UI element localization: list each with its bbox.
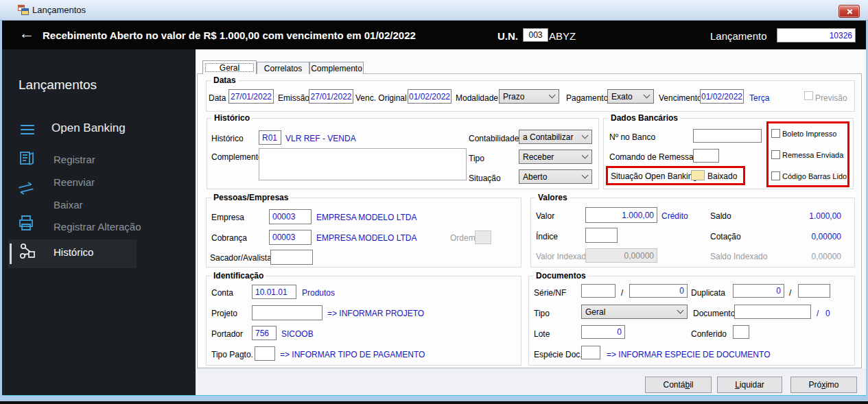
lote-input[interactable]: 0 [581,325,625,339]
modalidade-select[interactable]: Prazo [499,89,559,104]
comando-remessa-label: Comando de Remessa [609,152,694,162]
valor-indexado-input[interactable]: 0,00000 [585,248,657,263]
group-identificacao-legend: Identificação [211,271,266,281]
duplicata-slash: / [789,288,791,298]
tab-correlatos[interactable]: Correlatos [257,62,309,74]
empresa-input[interactable]: 00003 [269,209,312,224]
doc-tipo-label: Tipo [534,309,550,318]
close-button[interactable] [838,5,860,18]
sidebar-selected-indicator [10,243,12,264]
tipo-pagto-input[interactable] [255,346,275,361]
projeto-input[interactable] [252,305,322,320]
tipo-pagto-hint: => INFORMAR TIPO DE PAGAMENTO [280,350,425,359]
sidebar-item-registrar-alteracao[interactable]: Registrar Alteração [54,221,141,233]
credito-label: Crédito [661,211,688,221]
sidebar-item-historico[interactable]: Histórico [54,246,93,258]
situacao-open-banking-label: Situação Open Banking [611,171,697,181]
boleto-impresso-label: Boleto Impresso [782,130,836,138]
swap-arrows-icon[interactable] [17,181,35,196]
chevron-down-icon [582,132,589,139]
desktop-strip [0,401,868,404]
conta-input[interactable]: 10.01.01 [252,285,296,299]
register-document-icon[interactable] [19,150,35,167]
group-datas-legend: Datas [211,75,238,85]
un-label: U.N. [497,30,518,42]
printer-icon[interactable] [18,215,34,231]
sidebar-title: Lançamentos [19,78,97,93]
group-valores-legend: Valores [536,193,570,202]
documento-input[interactable] [734,305,811,319]
emissao-label: Emissão [278,93,309,103]
conferido-input[interactable] [733,325,749,339]
tipo-pagto-label: Tipo Pagto. [211,350,253,359]
situacao-select[interactable]: Aberto [519,169,592,184]
tipo-select[interactable]: Receber [519,150,592,164]
n-banco-input[interactable] [693,129,762,143]
situacao-label: Situação [469,174,501,183]
hamburger-menu-icon[interactable] [20,124,35,135]
nf-input[interactable]: 0 [629,284,688,298]
duplicata-seq-input[interactable] [798,284,830,298]
saldo-value: 1.000,00 [727,211,841,221]
group-historico-legend: Histórico [212,113,252,123]
saldo-indexado-value: 0,00000 [727,252,841,261]
portador-input[interactable]: 756 [252,326,277,340]
remessa-enviada-checkbox[interactable] [771,150,780,159]
cobranca-input[interactable]: 00003 [269,230,312,245]
chevron-down-icon [582,172,589,179]
window: Lançamentos ← Recebimento Aberto no valo… [0,0,868,404]
sidebar-item-registrar[interactable]: Registrar [54,154,95,165]
comando-remessa-input[interactable] [693,149,719,163]
portador-desc: SICOOB [281,329,314,339]
tab-geral[interactable]: Geral [202,60,257,74]
emissao-input[interactable]: 27/01/2022 [309,89,353,104]
portador-label: Portador [211,329,243,339]
vencimento-input[interactable]: 01/02/2022 [700,89,744,104]
group-documentos-legend: Documentos [534,271,588,281]
serie-input[interactable] [581,284,615,298]
indice-input[interactable] [585,228,618,243]
sacador-input[interactable] [270,250,313,265]
especie-doc-input[interactable] [581,346,600,359]
lote-label: Lote [534,329,550,339]
un-input[interactable]: 003 [523,28,548,42]
pagamento-select[interactable]: Exato [607,89,654,104]
codigo-barras-lido-label: Código Barras Lido [782,172,847,180]
tipo-label: Tipo [469,154,484,163]
contabilidade-select[interactable]: a Contabilizar [519,130,592,144]
empresa-label: Empresa [211,213,244,222]
duplicata-input[interactable]: 0 [733,284,784,298]
historico-code-input[interactable]: R01 [259,130,281,145]
valor-input[interactable]: 1.000,00 [585,207,657,223]
chevron-down-icon [582,152,589,159]
valor-label: Valor [536,211,554,221]
complemento-textarea[interactable] [259,148,467,180]
documento-count: 0 [825,309,830,318]
sidebar-item-reenviar[interactable]: Reenviar [54,176,95,188]
sidebar-item-baixar[interactable]: Baixar [54,199,83,211]
app-icon [18,5,29,16]
tab-complemento[interactable]: Complemento [309,62,364,74]
complemento-label: Complemento [211,152,263,162]
titlebar: Lançamentos [0,0,868,21]
back-arrow-icon[interactable]: ← [19,24,34,43]
proximo-button[interactable]: Próximo [790,377,857,393]
vencimento-label: Vencimento [659,93,702,103]
venc-original-label: Venc. Original [355,93,407,103]
projeto-label: Projeto [211,309,237,318]
lancamento-input[interactable]: 10326 [777,28,856,43]
data-input[interactable]: 27/01/2022 [228,89,274,104]
venc-original-input[interactable]: 01/02/2022 [408,89,451,104]
empresa-nome: EMPRESA MODELO LTDA [316,213,417,222]
ordem-input[interactable] [475,230,491,244]
codigo-barras-lido-checkbox[interactable] [771,171,780,180]
n-banco-label: Nº no Banco [609,132,655,142]
boleto-impresso-checkbox[interactable] [771,129,780,138]
sidebar-section-open-banking[interactable]: Open Banking [51,121,126,135]
history-flow-icon[interactable] [19,243,36,259]
doc-tipo-select[interactable]: Geral [581,305,688,319]
contabil-button[interactable]: Contábil [645,377,712,393]
modalidade-label: Modalidade [456,93,498,103]
liquidar-button[interactable]: Liquidar [717,377,782,393]
previsao-checkbox[interactable] [804,91,813,100]
